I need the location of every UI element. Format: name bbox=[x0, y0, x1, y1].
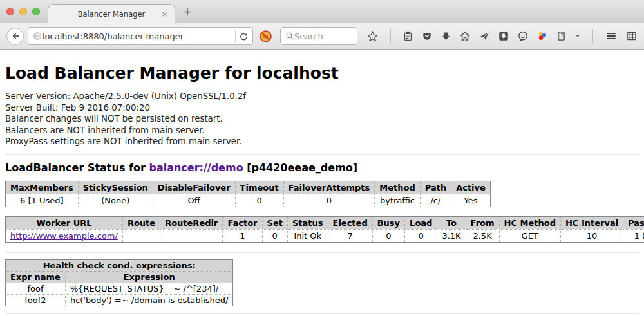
server-info: Server Version: Apache/2.5.0-dev (Unix) … bbox=[5, 91, 639, 147]
health-table-title: Health check cond. expressions: bbox=[6, 259, 233, 271]
titlebar: Balancer Manager × + bbox=[0, 0, 644, 23]
column-header: MaxMembers bbox=[6, 181, 79, 194]
url-input[interactable] bbox=[43, 32, 232, 41]
table-cell: 1 bbox=[223, 229, 262, 242]
globe-icon bbox=[32, 31, 43, 41]
home-icon[interactable] bbox=[459, 30, 471, 42]
notice-line: Balancer changes will NOT be persisted o… bbox=[5, 113, 639, 125]
column-header: Active bbox=[451, 181, 491, 194]
search-bar[interactable] bbox=[280, 27, 357, 45]
column-header: Worker URL bbox=[6, 216, 123, 229]
tab-close-icon[interactable]: × bbox=[161, 9, 168, 19]
plugin-blocked-icon[interactable] bbox=[259, 30, 272, 43]
divider bbox=[5, 252, 639, 253]
tab-title: Balancer Manager bbox=[78, 10, 146, 19]
table-row: http://www.example.com/10Init Ok7003.1K2… bbox=[6, 229, 644, 242]
pocket-icon[interactable] bbox=[421, 31, 433, 42]
column-header: Status bbox=[287, 216, 328, 229]
column-header: Expr name bbox=[6, 271, 66, 283]
table-cell: 6 [1 Used] bbox=[6, 194, 79, 207]
column-header: DisableFailover bbox=[153, 181, 235, 194]
table-cell: Off bbox=[153, 194, 235, 207]
status-heading-suffix: [p4420eeae_demo] bbox=[243, 162, 358, 174]
browser-tab[interactable]: Balancer Manager × bbox=[48, 4, 175, 24]
page-content: Load Balancer Manager for localhost Serv… bbox=[0, 50, 644, 315]
notice-line: Balancers are NOT inherited from main se… bbox=[5, 125, 639, 136]
table-cell: 1 (0) bbox=[623, 229, 644, 242]
reload-icon[interactable] bbox=[239, 32, 249, 41]
close-window-button[interactable] bbox=[6, 8, 14, 15]
table-cell: /c/ bbox=[420, 194, 451, 207]
new-tab-button[interactable]: + bbox=[183, 5, 192, 18]
column-header: Busy bbox=[372, 216, 404, 229]
search-input[interactable] bbox=[294, 32, 352, 41]
server-built-line: Server Built: Feb 9 2016 07:00:20 bbox=[5, 102, 639, 114]
send-plane-icon[interactable] bbox=[478, 30, 490, 42]
table-header-row: MaxMembersStickySessionDisableFailoverTi… bbox=[6, 181, 491, 194]
search-icon bbox=[285, 32, 294, 41]
divider bbox=[5, 313, 639, 314]
zoom-window-button[interactable] bbox=[32, 8, 40, 15]
grid-icon[interactable] bbox=[625, 30, 638, 42]
table-cell: foof bbox=[6, 283, 66, 294]
table-cell: 10 bbox=[560, 229, 623, 242]
downloads-icon[interactable] bbox=[440, 31, 451, 42]
divider bbox=[5, 154, 639, 155]
toolbar-divider bbox=[390, 29, 391, 43]
table-row: foof%{REQUEST_STATUS} =~ /^[234]/ bbox=[6, 283, 233, 294]
column-header: Route bbox=[122, 216, 160, 229]
table-cell: 0 bbox=[283, 194, 375, 207]
table-cell: 2.5K bbox=[466, 229, 499, 242]
table-header-row: Expr nameExpression bbox=[6, 271, 233, 283]
clipboard-icon[interactable] bbox=[402, 30, 413, 42]
table-header-row: Worker URLRouteRouteRedirFactorSetStatus… bbox=[6, 216, 644, 229]
table-cell: Init Ok bbox=[287, 229, 328, 242]
download-box-icon[interactable] bbox=[498, 30, 509, 42]
column-header: Timeout bbox=[235, 181, 283, 194]
column-header: RouteRedir bbox=[160, 216, 223, 229]
minimize-window-button[interactable] bbox=[19, 8, 27, 15]
column-header: From bbox=[466, 216, 499, 229]
column-header: HC Method bbox=[499, 216, 560, 229]
column-header: Set bbox=[262, 216, 287, 229]
table-cell: (None) bbox=[78, 194, 153, 207]
menu-hamburger-icon[interactable] bbox=[605, 30, 618, 42]
notebook-icon[interactable] bbox=[556, 30, 567, 42]
table-cell: GET bbox=[499, 229, 560, 242]
table-title-row: Health check cond. expressions: bbox=[6, 259, 233, 271]
table-cell: foof2 bbox=[6, 294, 66, 306]
column-header: Expression bbox=[65, 271, 233, 283]
column-header: Factor bbox=[223, 216, 262, 229]
table-cell: 3.1K bbox=[437, 229, 466, 242]
column-header: HC Interval bbox=[560, 216, 623, 229]
table-row: foof2hc('body') =~ /domain is establishe… bbox=[6, 294, 233, 306]
chat-smiley-icon[interactable] bbox=[517, 30, 529, 42]
balancer-link[interactable]: balancer://demo bbox=[149, 162, 243, 174]
bookmark-star-icon[interactable] bbox=[366, 30, 379, 42]
balancer-status-heading: LoadBalancer Status for balancer://demo … bbox=[5, 162, 639, 174]
url-bar[interactable] bbox=[28, 27, 253, 45]
dropdown-caret-icon[interactable] bbox=[574, 33, 581, 39]
table-cell: 0 bbox=[372, 229, 404, 242]
status-heading-prefix: LoadBalancer Status for bbox=[5, 162, 149, 174]
column-header: Method bbox=[375, 181, 420, 194]
table-cell bbox=[122, 229, 160, 242]
table-cell: bytraffic bbox=[375, 194, 420, 207]
column-header: Elected bbox=[328, 216, 372, 229]
urlbar-divider bbox=[235, 30, 236, 42]
color-dots-icon[interactable] bbox=[536, 30, 548, 42]
column-header: StickySession bbox=[78, 181, 153, 194]
browser-window: Balancer Manager × + bbox=[0, 0, 644, 315]
column-header: Path bbox=[420, 181, 451, 194]
back-button[interactable] bbox=[6, 28, 24, 45]
table-cell: 0 bbox=[262, 229, 287, 242]
table-cell: 0 bbox=[235, 194, 283, 207]
worker-url-link[interactable]: http://www.example.com/ bbox=[10, 231, 118, 241]
navigation-toolbar bbox=[0, 23, 644, 50]
column-header: To bbox=[437, 216, 466, 229]
page-title: Load Balancer Manager for localhost bbox=[5, 50, 639, 82]
column-header: Passes bbox=[623, 216, 644, 229]
column-header: FailoverAttempts bbox=[283, 181, 375, 194]
balancer-settings-table: MaxMembersStickySessionDisableFailoverTi… bbox=[5, 181, 491, 207]
toolbar-icons bbox=[366, 29, 638, 43]
